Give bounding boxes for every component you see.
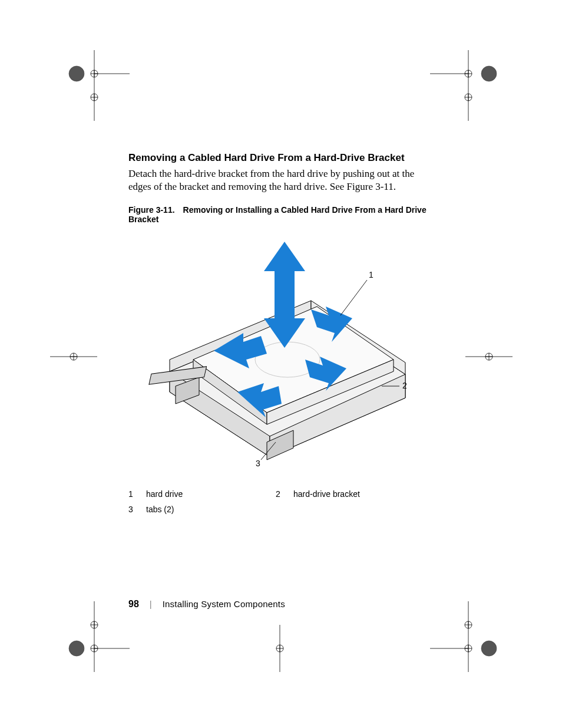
footer-separator: | <box>150 599 152 609</box>
hard-drive-bracket-diagram <box>134 236 429 472</box>
figure-number: Figure 3-11. <box>128 205 175 215</box>
legend-num: 3 <box>128 505 146 514</box>
page-number: 98 <box>128 599 139 610</box>
callout-2: 2 <box>402 381 407 390</box>
crop-mark-bottom-right <box>430 601 507 672</box>
crop-mark-top-left <box>59 50 130 121</box>
section-body: Detach the hard-drive bracket from the h… <box>128 167 435 193</box>
legend-label: hard-drive bracket <box>293 489 360 499</box>
crop-mark-mid-left <box>50 339 97 374</box>
figure-illustration: 1 2 3 <box>134 236 429 472</box>
legend-num: 1 <box>128 489 146 499</box>
legend-num: 2 <box>276 489 293 499</box>
footer-chapter-title: Installing System Components <box>163 599 285 609</box>
legend-label: hard drive <box>146 489 183 499</box>
legend-row: 1 hard drive 2 hard-drive bracket <box>128 489 435 499</box>
svg-line-69 <box>340 280 367 315</box>
page-content: Removing a Cabled Hard Drive From a Hard… <box>128 152 435 520</box>
page-footer: 98 | Installing System Components <box>128 599 285 610</box>
figure-caption: Figure 3-11.Removing or Installing a Cab… <box>128 205 435 224</box>
crop-mark-top-right <box>430 50 507 121</box>
crop-mark-bottom-left <box>59 601 130 672</box>
crop-mark-bottom-center <box>250 625 309 672</box>
legend-item-2: 2 hard-drive bracket <box>276 489 423 499</box>
legend-item-1: 1 hard drive <box>128 489 276 499</box>
callout-1: 1 <box>369 270 373 279</box>
callout-3: 3 <box>256 459 260 468</box>
figure-legend: 1 hard drive 2 hard-drive bracket 3 tabs… <box>128 489 435 514</box>
section-heading: Removing a Cabled Hard Drive From a Hard… <box>128 152 435 164</box>
legend-label: tabs (2) <box>146 505 174 514</box>
legend-row: 3 tabs (2) <box>128 505 435 514</box>
crop-mark-mid-right <box>465 339 513 374</box>
legend-item-3: 3 tabs (2) <box>128 505 276 514</box>
